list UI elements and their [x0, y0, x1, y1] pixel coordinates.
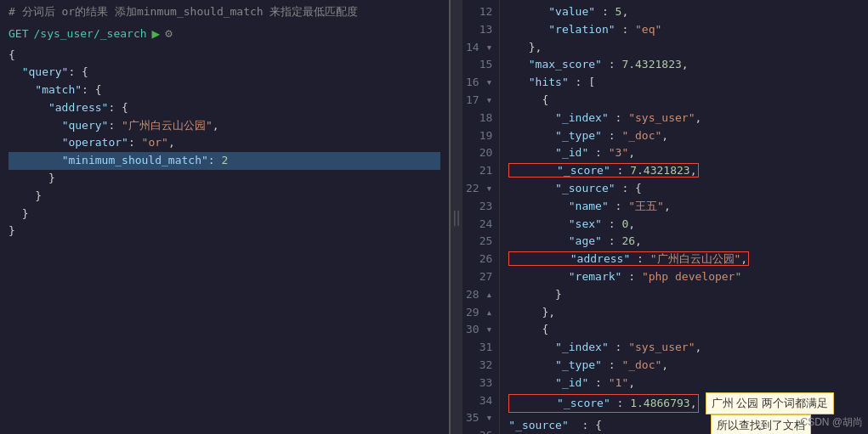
comment-line: # 分词后 or的结果 添加minmum_should_match 来指定最低匹…	[0, 0, 449, 24]
code-line: {	[508, 92, 859, 110]
code-line: "relation" : "eq"	[508, 21, 859, 39]
line-num: 18	[466, 110, 492, 127]
code-line: "hits" : [	[508, 74, 859, 92]
code-line: }	[9, 170, 440, 188]
code-line-score1: "_score" : 7.4321823,	[508, 162, 859, 180]
line-num: 13	[466, 21, 492, 39]
code-line: "query": {	[9, 64, 440, 82]
line-num: 36	[466, 427, 492, 434]
code-line: },	[508, 304, 859, 322]
line-num: 25	[466, 233, 492, 251]
code-line: }	[9, 188, 440, 206]
code-line-score2: "_score" : 1.4866793, 广州 公园 两个词都满足	[508, 392, 859, 415]
line-num: 33	[466, 375, 492, 392]
annotation-line2: 所以查找到了文档	[711, 414, 811, 434]
code-line: "name" : "王五",	[508, 198, 859, 216]
line-num: 32	[466, 357, 492, 375]
panel-divider[interactable]: ‖	[451, 0, 462, 434]
code-line-address1: "address" : "广州白云山公园",	[508, 251, 859, 268]
line-num: 28 ▴	[466, 286, 492, 304]
line-num: 15	[466, 56, 492, 74]
code-editor: { "query": { "match": { "address": { "qu…	[0, 43, 449, 435]
code-line: },	[508, 39, 859, 57]
options-button[interactable]: ⚙	[165, 26, 172, 40]
code-line: }	[9, 206, 440, 223]
code-line: "max_score" : 7.4321823,	[508, 56, 859, 74]
line-num: 21	[466, 162, 492, 180]
http-method: GET	[9, 27, 28, 40]
code-line: }	[9, 223, 440, 240]
code-line: }	[508, 286, 859, 304]
code-line: "_id" : "1",	[508, 375, 859, 392]
code-line: "_id" : "3",	[508, 144, 859, 162]
line-num: 14 ▾	[466, 39, 492, 57]
code-line: "age" : 26,	[508, 233, 859, 251]
code-line: "operator": "or",	[9, 134, 440, 152]
run-button[interactable]: ▶	[152, 25, 161, 42]
code-line: "address": {	[9, 99, 440, 117]
annotation-line1: 广州 公园 两个词都满足	[706, 392, 834, 415]
code-content: "value" : 5, "relation" : "eq" }, "max_s…	[500, 0, 868, 434]
code-line: "_index" : "sys_user",	[508, 110, 859, 127]
code-line: {	[9, 47, 440, 65]
http-line: GET /sys_user/_search ▶ ⚙	[0, 24, 449, 43]
line-num: 30 ▾	[466, 321, 492, 339]
line-num: 16 ▾	[466, 74, 492, 92]
line-num: 20	[466, 144, 492, 162]
line-num: 17 ▾	[466, 92, 492, 110]
right-panel: 12 13 14 ▾ 15 16 ▾ 17 ▾ 18 19 20 21 22 ▾…	[462, 0, 868, 434]
code-line: "minimum_should_match": 2	[9, 152, 440, 170]
line-num: 31	[466, 339, 492, 357]
line-num: 24	[466, 216, 492, 234]
code-line: "_source" : {	[508, 180, 859, 198]
line-num: 23	[466, 198, 492, 216]
line-num: 29 ▴	[466, 304, 492, 322]
code-line: "query": "广州白云山公园",	[9, 117, 440, 135]
line-num: 12	[466, 3, 492, 21]
code-line: "remark" : "php developer"	[508, 268, 859, 286]
line-num: 19	[466, 127, 492, 145]
http-path: /sys_user/_search	[33, 27, 146, 40]
left-panel: # 分词后 or的结果 添加minmum_should_match 来指定最低匹…	[0, 0, 451, 434]
code-line: "sex" : 0,	[508, 216, 859, 234]
line-numbers: 12 13 14 ▾ 15 16 ▾ 17 ▾ 18 19 20 21 22 ▾…	[462, 0, 500, 434]
line-num: 22 ▾	[466, 180, 492, 198]
line-num: 34	[466, 392, 492, 410]
line-num: 35 ▾	[466, 409, 492, 427]
code-line: "match": {	[9, 82, 440, 99]
code-line: "value" : 5,	[508, 3, 859, 21]
line-num: 27	[466, 268, 492, 286]
line-num: 26	[466, 251, 492, 268]
code-line: "_type" : "_doc",	[508, 357, 859, 375]
code-line: "_index" : "sys_user",	[508, 339, 859, 357]
code-line: {	[508, 321, 859, 339]
watermark: CSDN @胡尚	[800, 414, 863, 431]
code-line: "_type" : "_doc",	[508, 127, 859, 145]
